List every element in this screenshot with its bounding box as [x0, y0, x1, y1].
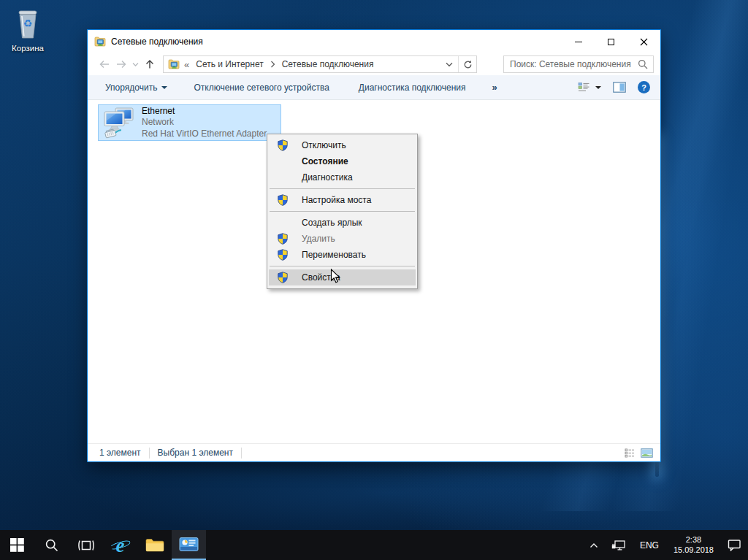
taskbar-search-button[interactable]: [34, 530, 69, 560]
taskbar-explorer-button[interactable]: [137, 530, 172, 560]
address-dropdown-button[interactable]: [440, 56, 458, 72]
tray-expand-button[interactable]: [583, 530, 605, 560]
breadcrumb-collapsed-indicator[interactable]: «: [180, 59, 192, 70]
taskbar-ie-button[interactable]: e: [103, 530, 137, 560]
clock-time: 2:38: [673, 535, 714, 545]
statusbar-selected-count: Выбран 1 элемент: [158, 448, 233, 458]
taskbar-network-connections-button[interactable]: [172, 530, 206, 560]
statusbar-divider: [149, 448, 150, 459]
uac-shield-icon: [277, 233, 289, 245]
menu-separator: [270, 266, 415, 266]
task-view-icon: [77, 539, 95, 552]
recycle-bin[interactable]: ♻ Корзина: [6, 7, 50, 53]
menu-item-label: Отключить: [302, 140, 346, 150]
views-icon: [578, 82, 590, 93]
minimize-button[interactable]: [562, 30, 595, 53]
ethernet-adapter-icon: [102, 107, 135, 139]
views-button[interactable]: [578, 82, 601, 93]
toolbar-disable-device-button[interactable]: Отключение сетевого устройства: [194, 83, 329, 93]
clock-date: 15.09.2018: [673, 545, 714, 556]
mouse-cursor: [330, 269, 341, 287]
command-bar: Упорядочить Отключение сетевого устройст…: [88, 75, 660, 100]
recycle-bin-icon: ♻: [12, 29, 43, 42]
action-center-button[interactable]: [721, 530, 748, 560]
title-bar[interactable]: Сетевые подключения: [88, 30, 660, 53]
svg-text:♻: ♻: [23, 18, 33, 29]
action-center-icon: [728, 539, 741, 551]
toolbar-overflow-chevron: »: [492, 82, 498, 93]
tray-language-button[interactable]: ENG: [633, 540, 666, 551]
recent-locations-button[interactable]: [130, 55, 141, 73]
windows-logo-icon: [10, 538, 24, 552]
statusbar-details-view-button[interactable]: [625, 448, 635, 458]
tray-network-button[interactable]: [605, 530, 633, 560]
menu-separator: [270, 211, 415, 212]
menu-item-label: Удалить: [302, 234, 335, 244]
desktop-background: ♻ Корзина Сетевые подключения: [0, 0, 748, 560]
help-button[interactable]: ?: [638, 81, 650, 93]
menu-icon-spacer: [277, 217, 289, 229]
menu-item-create-shortcut[interactable]: Создать ярлык: [269, 215, 416, 231]
task-view-button[interactable]: [69, 530, 103, 560]
chevron-up-icon: [589, 542, 598, 548]
menu-item-label: Переименовать: [302, 250, 366, 260]
language-indicator: ENG: [640, 540, 659, 551]
menu-item-label: Состояние: [302, 156, 348, 166]
statusbar-divider: [241, 448, 242, 459]
uac-shield-icon: [277, 194, 289, 206]
maximize-button[interactable]: [595, 30, 627, 53]
menu-item-bridge-connections[interactable]: Настройка моста: [269, 192, 416, 208]
context-menu: Отключить Состояние Диагностика Настройк…: [267, 134, 418, 289]
toolbar-organize-button[interactable]: Упорядочить: [105, 83, 167, 93]
menu-item-disconnect[interactable]: Отключить: [269, 137, 416, 153]
search-box[interactable]: [503, 55, 654, 73]
menu-item-rename[interactable]: Переименовать: [269, 247, 416, 263]
close-button[interactable]: [627, 30, 660, 53]
toolbar-disable-device-label: Отключение сетевого устройства: [194, 83, 329, 93]
uac-shield-icon: [277, 249, 289, 261]
menu-item-label: Диагностика: [302, 172, 353, 183]
statusbar-item-count: 1 элемент: [99, 448, 141, 458]
menu-item-diagnose[interactable]: Диагностика: [269, 169, 416, 185]
breadcrumb-network-connections[interactable]: Сетевые подключения: [278, 59, 378, 69]
menu-item-status[interactable]: Состояние: [269, 153, 416, 169]
address-location-icon: [168, 58, 180, 70]
toolbar-overflow-button[interactable]: »: [492, 82, 498, 93]
search-icon[interactable]: [636, 59, 653, 69]
chevron-down-icon: [161, 86, 167, 89]
toolbar-diagnose-label: Диагностика подключения: [359, 83, 466, 93]
menu-item-delete: Удалить: [269, 231, 416, 247]
file-explorer-icon: [145, 537, 164, 553]
ethernet-network-icon: [611, 540, 626, 551]
taskbar: e: [0, 530, 748, 560]
search-input[interactable]: [504, 59, 636, 69]
window-title: Сетевые подключения: [111, 37, 203, 47]
breadcrumb-chevron-icon[interactable]: [267, 61, 278, 68]
menu-icon-spacer: [277, 156, 289, 167]
tray-clock-button[interactable]: 2:38 15.09.2018: [666, 535, 721, 555]
address-bar[interactable]: « Сеть и Интернет Сетевые подключения: [163, 55, 477, 73]
preview-pane-button[interactable]: [613, 82, 626, 93]
refresh-button[interactable]: [459, 56, 476, 72]
menu-separator: [270, 188, 415, 189]
search-icon: [45, 538, 59, 553]
statusbar-thumbnail-view-button[interactable]: [641, 448, 653, 458]
back-button[interactable]: [95, 55, 112, 73]
navigation-bar: « Сеть и Интернет Сетевые подключения: [88, 53, 660, 75]
start-button[interactable]: [0, 530, 34, 560]
connection-item-ethernet[interactable]: Ethernet Network Red Hat VirtIO Ethernet…: [98, 104, 281, 141]
forward-button[interactable]: [112, 55, 130, 73]
menu-item-properties[interactable]: Свойства: [269, 269, 416, 285]
breadcrumb-network-and-internet[interactable]: Сеть и Интернет: [192, 59, 267, 69]
preview-pane-icon: [613, 82, 626, 93]
help-icon: ?: [641, 83, 646, 92]
connection-status: Network: [142, 117, 267, 129]
status-bar: 1 элемент Выбран 1 элемент: [88, 443, 660, 461]
recycle-bin-label: Корзина: [6, 44, 50, 53]
up-button[interactable]: [141, 55, 159, 73]
toolbar-diagnose-button[interactable]: Диагностика подключения: [359, 83, 466, 93]
close-icon: [640, 38, 648, 46]
chevron-down-icon: [595, 86, 601, 89]
connection-device: Red Hat VirtIO Ethernet Adapter: [142, 129, 267, 140]
uac-shield-icon: [277, 139, 289, 151]
